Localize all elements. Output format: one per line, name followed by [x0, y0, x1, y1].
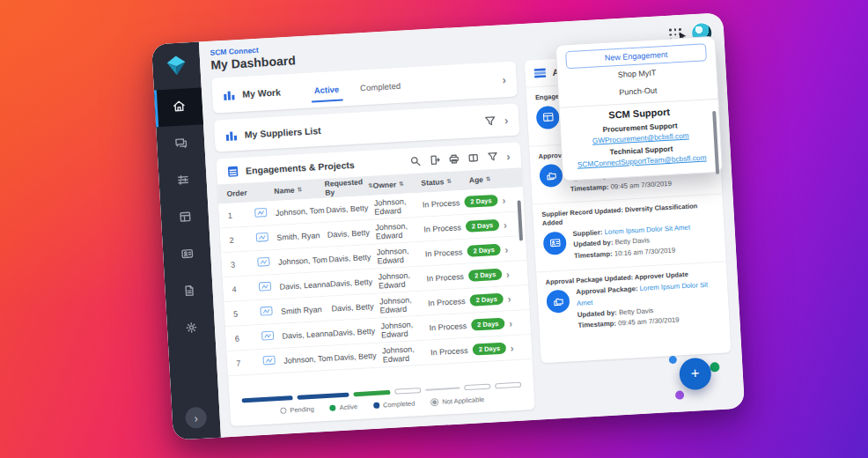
columns-icon[interactable]: [467, 152, 479, 164]
stepper-segment-pending: [394, 388, 421, 395]
engagements-card: Engagements & Projects: [216, 142, 534, 426]
app-launcher-menu: New Engagement Shop MyIT Punch-Out SCM S…: [555, 36, 723, 181]
chevron-right-icon: ›: [510, 342, 523, 353]
age-badge: 2 Days: [467, 244, 501, 257]
folder-badge-icon: [546, 290, 570, 314]
chevron-right-icon[interactable]: ›: [502, 74, 506, 85]
chat-icon: [173, 136, 188, 153]
completed-dot-icon: [373, 403, 379, 409]
document-icon: [182, 284, 196, 301]
legend-not-applicable: Not Applicable: [430, 395, 484, 406]
sort-icon: ⇅: [297, 186, 302, 193]
fab-area: +: [541, 352, 734, 409]
print-icon[interactable]: [448, 153, 460, 165]
column-status[interactable]: Status⇅: [421, 176, 459, 187]
bar-chart-icon: [223, 88, 236, 101]
mini-dot-blue[interactable]: [669, 356, 677, 364]
engagement-card-icon: [254, 207, 276, 219]
age-badge: 2 Days: [473, 343, 507, 356]
chevron-right-icon: ›: [509, 317, 522, 329]
column-requested-by[interactable]: Requested By⇅: [324, 177, 373, 197]
filter-icon[interactable]: [484, 114, 497, 127]
pending-dot-icon: [280, 408, 286, 414]
sliders-icon: [176, 173, 190, 190]
tab-active[interactable]: Active: [313, 71, 341, 108]
sidebar-item-contacts[interactable]: [162, 235, 211, 275]
column-age[interactable]: Age⇅: [469, 174, 491, 184]
sidebar-item-messages[interactable]: [156, 124, 205, 164]
activity-entry[interactable]: Supplier Record Updated: Diversity Class…: [533, 195, 726, 272]
engagement-card-icon: [262, 355, 284, 367]
add-button[interactable]: +: [679, 358, 712, 391]
my-work-title: My Work: [242, 86, 281, 99]
age-badge: 2 Days: [468, 269, 503, 282]
age-badge: 2 Days: [469, 293, 504, 307]
chevron-right-icon: ›: [504, 243, 518, 255]
sidebar-expand-button[interactable]: ›: [185, 407, 207, 429]
age-badge: 2 Days: [466, 219, 500, 233]
search-icon[interactable]: [409, 156, 421, 167]
gear-icon: [184, 321, 198, 338]
my-suppliers-title: My Suppliers List: [244, 125, 320, 140]
chevron-right-icon: ›: [194, 412, 198, 424]
column-owner[interactable]: Owner⇅: [372, 179, 421, 190]
age-badge: 2 Days: [471, 318, 505, 331]
home-icon: [172, 99, 186, 116]
chevron-right-icon: ›: [507, 292, 520, 304]
plus-icon: +: [690, 365, 700, 383]
feed-icon: [533, 68, 547, 79]
title-block: SCM Connect My Dashboard: [210, 43, 296, 71]
table-body: 1 Johnson, Tom Davis, Betty Johnson, Edw…: [218, 187, 532, 376]
sidebar-item-documents[interactable]: [165, 272, 214, 312]
main-area: SCM Connect My Dashboard: [199, 12, 745, 438]
chevron-right-icon: ›: [504, 218, 517, 230]
table-toolbar: ›: [409, 150, 511, 166]
age-badge: 2 Days: [464, 195, 498, 208]
folder-badge-icon: [539, 164, 563, 188]
export-icon[interactable]: [429, 154, 440, 166]
engagements-title: Engagements & Projects: [246, 159, 355, 176]
filter-icon[interactable]: [487, 151, 498, 163]
sort-icon: ⇅: [446, 178, 452, 185]
chevron-right-icon[interactable]: ›: [506, 150, 511, 161]
engagement-card-icon: [258, 281, 280, 293]
engagement-card-icon: [261, 330, 283, 343]
stepper-segment-active: [353, 389, 391, 395]
table-icon: [178, 210, 192, 227]
status-stepper: Pending Active Completed Not Applicable: [229, 374, 534, 417]
sidebar-item-settings[interactable]: [166, 309, 216, 349]
sort-icon: ⇅: [486, 175, 491, 182]
legend-pending: Pending: [280, 405, 314, 415]
activity-entry[interactable]: Approval Package Updated: Approver Updat…: [536, 262, 730, 341]
stepper-segment-pending: [495, 382, 521, 389]
sidebar-item-lists[interactable]: [158, 161, 208, 201]
mini-dot-green[interactable]: [710, 362, 720, 373]
contact-card-icon: [180, 247, 194, 264]
legend-completed: Completed: [373, 399, 416, 410]
page-background: › SCM Connect My Dashboard: [0, 0, 868, 458]
column-order[interactable]: Order: [226, 187, 274, 198]
my-work-tabs: Active Completed: [313, 68, 402, 107]
bar-chart-icon: [224, 129, 238, 142]
tab-completed[interactable]: Completed: [359, 68, 401, 106]
menu-scrollbar[interactable]: [712, 111, 719, 174]
engagement-card-icon: [260, 306, 282, 318]
not-applicable-dot-icon: [430, 398, 438, 406]
sidebar-item-tables[interactable]: [160, 198, 210, 238]
chevron-right-icon: ›: [502, 194, 515, 205]
sort-icon: ⇅: [399, 181, 404, 188]
engagement-card-icon: [257, 256, 279, 269]
left-column: My Work Active Completed › My Suppliers …: [211, 61, 535, 426]
app-logo-icon[interactable]: [162, 51, 190, 79]
stepper-segment-not-applicable: [425, 388, 460, 391]
table-badge-icon: [536, 106, 560, 129]
mini-dot-purple[interactable]: [675, 390, 685, 400]
spreadsheet-icon: [227, 165, 239, 178]
chevron-right-icon[interactable]: ›: [504, 114, 509, 126]
stepper-segment-completed: [242, 395, 293, 403]
stepper-segment-pending: [464, 384, 490, 391]
dashboard-window: › SCM Connect My Dashboard: [151, 12, 745, 440]
sidebar-item-home[interactable]: [154, 87, 203, 127]
column-name[interactable]: Name⇅: [274, 184, 325, 196]
active-dot-icon: [330, 404, 336, 410]
